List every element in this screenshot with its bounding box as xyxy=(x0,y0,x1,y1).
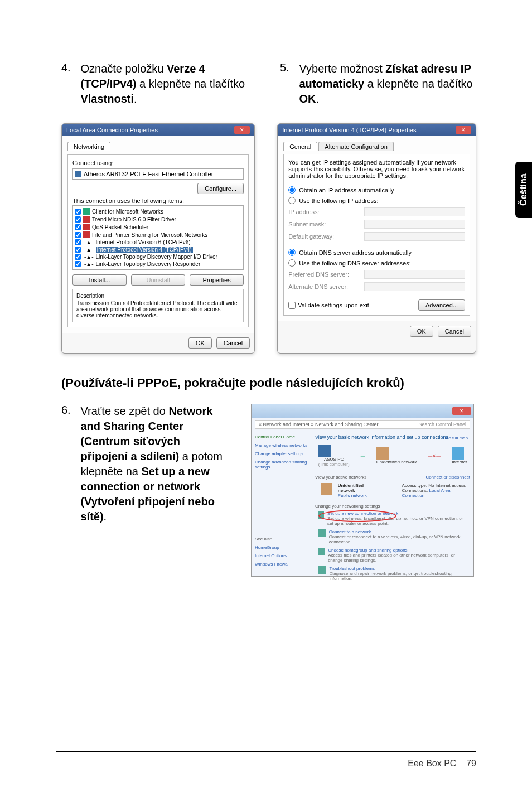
pppoe-heading: (Používáte-li PPPoE, pokračujte podle ná… xyxy=(61,376,476,390)
homegroup-icon xyxy=(318,548,325,555)
step-5-text: Vyberte možnost Získat adresu IP automat… xyxy=(299,61,475,107)
connect-network-link[interactable]: Connect to a network xyxy=(329,529,470,534)
troubleshoot-icon xyxy=(318,566,326,574)
page-footer: Eee Box PC 79 xyxy=(408,758,476,769)
nic-icon xyxy=(75,171,81,177)
client-icon xyxy=(83,208,90,215)
adapter-name: Atheros AR8132 PCI-E Fast Ethernet Contr… xyxy=(84,171,213,177)
list-item[interactable]: File and Printer Sharing for Microsoft N… xyxy=(75,231,241,239)
ip-input xyxy=(364,207,465,216)
alt-dns-label: Alternate DNS server: xyxy=(288,283,361,290)
nav-homegroup[interactable]: HomeGroup xyxy=(255,545,311,550)
step-4-number: 4. xyxy=(61,61,78,74)
pref-dns-label: Preferred DNS server: xyxy=(288,271,361,278)
radio-obtain-ip[interactable] xyxy=(288,186,296,194)
checkbox[interactable] xyxy=(75,232,81,238)
window-titlebar: ✕ xyxy=(252,404,473,418)
network-sharing-center-window: ✕ « Network and Internet » Network and S… xyxy=(251,404,474,577)
highlight-circle xyxy=(318,510,396,522)
footer-product: Eee Box PC xyxy=(408,758,456,768)
tab-general[interactable]: General xyxy=(283,142,317,151)
nav-change-sharing[interactable]: Change advanced sharing settings xyxy=(255,460,311,470)
checkbox[interactable] xyxy=(75,247,81,253)
titlebar: Internet Protocol Version 4 (TCP/IPv4) P… xyxy=(278,124,476,136)
subnet-label: Subnet mask: xyxy=(288,221,361,228)
step-6-text: Vraťte se zpět do Network and Sharing Ce… xyxy=(80,404,228,524)
search-input[interactable]: Search Control Panel xyxy=(418,422,466,427)
validate-checkbox[interactable] xyxy=(288,302,296,309)
left-nav: Control Panel Home Manage wireless netwo… xyxy=(255,434,311,570)
alt-dns-input xyxy=(364,282,465,291)
close-icon[interactable]: ✕ xyxy=(452,407,471,415)
breadcrumb[interactable]: « Network and Internet » Network and Sha… xyxy=(255,420,470,429)
advanced-button[interactable]: Advanced... xyxy=(418,299,465,311)
checkbox[interactable] xyxy=(75,254,81,260)
nav-manage-wireless[interactable]: Manage wireless networks xyxy=(255,443,311,448)
ok-button[interactable]: OK xyxy=(410,326,433,337)
cancel-button[interactable]: Cancel xyxy=(438,326,471,337)
list-item[interactable]: -▲- Internet Protocol Version 6 (TCP/IPv… xyxy=(75,239,241,246)
unidentified-network-icon xyxy=(321,483,332,495)
tab-networking[interactable]: Networking xyxy=(67,142,110,151)
lan-properties-dialog: Local Area Connection Properties ✕ Netwo… xyxy=(61,123,255,354)
description-label: Description xyxy=(76,293,240,299)
pref-dns-input xyxy=(364,270,465,279)
ipv4-properties-dialog: Internet Protocol Version 4 (TCP/IPv4) P… xyxy=(277,123,476,354)
pc-icon xyxy=(318,445,331,457)
checkbox[interactable] xyxy=(75,216,81,223)
step-4-text: Označte položku Verze 4 (TCP/IPv4) a kle… xyxy=(80,61,257,107)
list-item[interactable]: -▲- Link-Layer Topology Discovery Mapper… xyxy=(75,253,241,260)
list-item[interactable]: QoS Packet Scheduler xyxy=(75,223,241,231)
checkbox[interactable] xyxy=(75,261,81,267)
properties-button[interactable]: Properties xyxy=(190,274,244,286)
uninstall-button[interactable]: Uninstall xyxy=(131,274,185,286)
list-item[interactable]: Trend Micro NDIS 6.0 Filter Driver xyxy=(75,215,241,223)
install-button[interactable]: Install... xyxy=(72,274,127,286)
share-icon xyxy=(83,231,90,238)
dialog-title: Internet Protocol Version 4 (TCP/IPv4) P… xyxy=(282,127,416,133)
footer-rule xyxy=(56,751,476,752)
gateway-input xyxy=(364,232,465,241)
intro-text: You can get IP settings assigned automat… xyxy=(288,159,465,179)
main-content: View your basic network information and … xyxy=(315,434,470,584)
tab-alternate[interactable]: Alternate Configuration xyxy=(318,142,394,151)
nav-internet-options[interactable]: Internet Options xyxy=(255,553,311,558)
radio-obtain-dns[interactable] xyxy=(288,249,296,256)
description-text: Transmission Control Protocol/Internet P… xyxy=(76,300,240,318)
ip-label: IP address: xyxy=(288,209,361,215)
connect-disconnect-link[interactable]: Connect or disconnect xyxy=(425,475,470,480)
checkbox[interactable] xyxy=(75,239,81,245)
uses-items-label: This connection uses the following items… xyxy=(72,197,244,204)
radio-use-dns[interactable] xyxy=(288,259,296,267)
titlebar: Local Area Connection Properties ✕ xyxy=(62,124,254,136)
checkbox[interactable] xyxy=(75,224,81,230)
close-icon[interactable]: ✕ xyxy=(234,126,250,134)
filter-icon xyxy=(83,216,90,223)
see-full-map-link[interactable]: See full map xyxy=(443,436,468,441)
dialog-title: Local Area Connection Properties xyxy=(66,127,158,133)
cancel-button[interactable]: Cancel xyxy=(216,337,250,349)
ok-button[interactable]: OK xyxy=(188,337,212,349)
network-icon xyxy=(376,447,389,460)
troubleshoot-link[interactable]: Troubleshoot problems xyxy=(329,566,470,571)
step-4: 4. Označte položku Verze 4 (TCP/IPv4) a … xyxy=(61,61,258,107)
list-item-ipv4[interactable]: -▲- Internet Protocol Version 4 (TCP/IPv… xyxy=(75,246,241,253)
list-item[interactable]: Client for Microsoft Networks xyxy=(75,207,241,215)
step-5: 5. Vyberte možnost Získat adresu IP auto… xyxy=(280,61,476,107)
gateway-label: Default gateway: xyxy=(288,233,361,240)
internet-icon xyxy=(452,447,464,460)
close-icon[interactable]: ✕ xyxy=(456,126,471,134)
radio-use-ip[interactable] xyxy=(288,197,296,204)
step-6-number: 6. xyxy=(61,404,78,417)
see-also-label: See also xyxy=(255,537,311,542)
connect-icon xyxy=(318,529,326,537)
nav-change-adapter[interactable]: Change adapter settings xyxy=(255,451,311,456)
nav-home[interactable]: Control Panel Home xyxy=(255,434,311,439)
configure-button[interactable]: Configure... xyxy=(197,183,244,194)
homegroup-link[interactable]: Choose homegroup and sharing options xyxy=(328,548,470,553)
list-item[interactable]: -▲- Link-Layer Topology Discovery Respon… xyxy=(75,260,241,268)
subnet-input xyxy=(364,220,465,229)
checkbox[interactable] xyxy=(75,209,81,215)
connect-using-label: Connect using: xyxy=(72,160,244,166)
nav-firewall[interactable]: Windows Firewall xyxy=(255,562,311,567)
